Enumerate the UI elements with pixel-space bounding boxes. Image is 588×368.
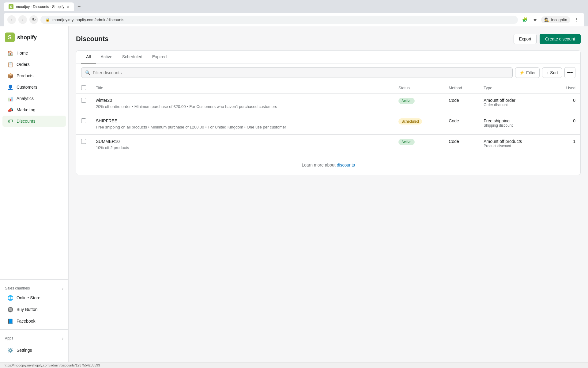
sidebar-divider [0,279,68,280]
page-header: Discounts Export Create discount [76,34,581,44]
sidebar-item-buy-button[interactable]: 🔘 Buy Button [2,304,66,315]
forward-btn[interactable]: › [18,15,27,24]
row-checkbox-cell [76,135,91,155]
tab-all[interactable]: All [81,51,96,63]
table-row[interactable]: SUMMER10 10% off 2 products Active Code … [76,135,580,155]
sidebar-item-settings[interactable]: ⚙️ Settings [2,345,66,356]
address-bar[interactable]: 🔒 moodjoy.myshopify.com/admin/discounts [40,16,518,24]
status-badge: Scheduled [398,118,422,125]
export-button[interactable]: Export [514,34,536,44]
lock-icon: 🔒 [45,17,50,22]
filter-button[interactable]: ⚡ Filter [515,67,540,78]
type-primary: Amount off products [484,139,546,144]
type-secondary: Shipping discount [484,123,546,128]
discount-title-cell: SHIPFREE Free shipping on all products •… [91,114,394,135]
sidebar-item-facebook[interactable]: 📘 Facebook [2,316,66,327]
table-row[interactable]: SHIPFREE Free shipping on all products •… [76,114,580,135]
row-checkbox-cell [76,114,91,135]
sales-channels-section[interactable]: Sales channels › [0,282,68,292]
sales-channels-label: Sales channels [5,286,30,290]
discount-title[interactable]: SUMMER10 [96,139,389,144]
filter-icon: ⚡ [519,70,524,75]
incognito-icon: 🕵 [544,17,549,22]
tab-close-btn[interactable]: × [67,4,69,9]
sidebar: S shopify 🏠 Home 📋 Orders 📦 Products 👤 C… [0,26,69,362]
more-options-button[interactable]: ••• [564,67,575,78]
tab-expired[interactable]: Expired [147,51,172,63]
method-cell: Code [444,94,479,114]
type-primary: Free shipping [484,118,546,123]
sidebar-item-label: Discounts [17,119,35,124]
browser-actions: 🧩 ★ 🕵 Incognito ⋮ [520,15,581,24]
customers-icon: 👤 [7,84,13,90]
online-store-icon: 🌐 [7,295,13,301]
sidebar-item-home[interactable]: 🏠 Home [2,48,66,59]
sidebar-item-orders[interactable]: 📋 Orders [2,59,66,70]
facebook-icon: 📘 [7,318,13,324]
search-icon: 🔍 [85,70,90,75]
sidebar-item-label: Facebook [17,319,35,324]
back-btn[interactable]: ‹ [7,15,16,24]
type-cell: Free shipping Shipping discount [479,114,551,135]
header-method: Method [444,82,479,94]
row-checkbox[interactable] [81,139,86,144]
discounts-toolbar: 🔍 ⚡ Filter ↕ Sort ••• [76,63,580,82]
extensions-btn[interactable]: 🧩 [520,15,529,24]
row-checkbox-cell [76,94,91,114]
status-cell: Active [394,94,444,114]
discount-desc: 10% off 2 products [96,145,389,151]
discounts-icon: 🏷 [7,118,13,124]
bookmark-btn[interactable]: ★ [531,15,539,24]
browser-tabs: S moodjoy · Discounts · Shopify × + [4,2,584,11]
row-checkbox[interactable] [81,98,86,103]
search-input[interactable] [93,70,509,75]
shopify-logo[interactable]: S shopify [5,33,37,42]
footer-note: Learn more about discounts [76,155,580,175]
browser-chrome: S moodjoy · Discounts · Shopify × + ‹ › … [0,0,588,26]
chrome-more-btn[interactable]: ⋮ [572,15,581,24]
page-title: Discounts [76,35,108,43]
discount-title-cell: winter20 20% off entire order • Minimum … [91,94,394,114]
tab-favicon: S [9,4,13,9]
header-used: Used [552,82,580,94]
incognito-btn[interactable]: 🕵 Incognito [541,16,570,23]
type-cell: Amount off products Product discount [479,135,551,155]
search-box[interactable]: 🔍 [81,67,513,78]
type-cell: Amount off order Order discount [479,94,551,114]
refresh-btn[interactable]: ↻ [29,15,38,24]
analytics-icon: 📊 [7,95,13,102]
discounts-link[interactable]: discounts [337,163,355,167]
used-cell: 0 [552,114,580,135]
sidebar-item-label: Settings [17,348,32,353]
sidebar-bottom: ⚙️ Settings [0,342,68,358]
tab-title-text: moodjoy · Discounts · Shopify [16,5,64,9]
select-all-checkbox[interactable] [81,85,86,90]
type-secondary: Product discount [484,144,546,148]
home-icon: 🏠 [7,50,13,56]
discount-title[interactable]: SHIPFREE [96,118,389,123]
discounts-table: Title Status Method Type Used win [76,82,580,155]
sidebar-item-label: Marketing [17,107,35,112]
sort-icon: ↕ [546,70,548,75]
sidebar-item-marketing[interactable]: 📣 Marketing [2,104,66,115]
sidebar-item-customers[interactable]: 👤 Customers [2,82,66,93]
sidebar-item-analytics[interactable]: 📊 Analytics [2,93,66,104]
sidebar-logo: S shopify [0,30,68,47]
tab-active[interactable]: Active [96,51,117,63]
sort-button[interactable]: ↕ Sort [542,67,562,78]
apps-section[interactable]: Apps › [0,332,68,342]
sidebar-item-label: Products [17,73,33,78]
new-tab-btn[interactable]: + [75,2,83,11]
sidebar-item-online-store[interactable]: 🌐 Online Store [2,292,66,303]
status-badge: Active [398,98,415,104]
buy-button-icon: 🔘 [7,306,13,312]
row-checkbox[interactable] [81,118,86,123]
sidebar-item-discounts[interactable]: 🏷 Discounts [2,116,66,127]
sidebar-item-products[interactable]: 📦 Products [2,70,66,81]
table-row[interactable]: winter20 20% off entire order • Minimum … [76,94,580,114]
discount-title[interactable]: winter20 [96,98,389,103]
header-status: Status [394,82,444,94]
tab-scheduled[interactable]: Scheduled [117,51,147,63]
create-discount-button[interactable]: Create discount [540,34,581,44]
active-tab[interactable]: S moodjoy · Discounts · Shopify × [4,2,74,11]
